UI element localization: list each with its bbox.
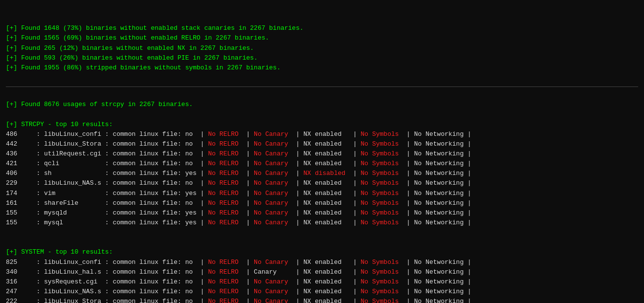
table-row: 316 : sysRequest.cgi : common linux file… bbox=[6, 277, 638, 287]
table-row: 486 : libuLinux_confi : common linux fil… bbox=[6, 130, 638, 139]
summary-line-3: [+] Found 265 (12%) binaries without ena… bbox=[6, 44, 254, 52]
summary-section: [+] Found 1648 (73%) binaries without en… bbox=[6, 14, 638, 73]
table-row: 247 : libuLinux_NAS.s : common linux fil… bbox=[6, 287, 638, 297]
terminal-output: [+] Found 1648 (73%) binaries without en… bbox=[6, 4, 638, 84]
table-row: 222 : libuLinux_Stora : common linux fil… bbox=[6, 297, 638, 303]
table-row: 406 : sh : common linux file: yes | No R… bbox=[6, 169, 638, 178]
system-rows: 825 : libuLinux_confi : common linux fil… bbox=[6, 258, 638, 303]
main-output: [+] Found 8676 usages of strcpy in 2267 … bbox=[6, 90, 638, 303]
table-row: 155 : mysqld : common linux file: yes | … bbox=[6, 208, 638, 218]
summary-line-2: [+] Found 1565 (69%) binaries without en… bbox=[6, 34, 269, 42]
table-row: 229 : libuLinux_NAS.s : common linux fil… bbox=[6, 178, 638, 188]
table-row: 161 : shareFile : common linux file: no … bbox=[6, 198, 638, 208]
table-row: 421 : qcli : common linux file: no | No … bbox=[6, 159, 638, 169]
table-row: 174 : vim : common linux file: yes | No … bbox=[6, 189, 638, 198]
table-row: 442 : libuLinux_Stora : common linux fil… bbox=[6, 139, 638, 149]
summary-line-4: [+] Found 593 (26%) binaries without ena… bbox=[6, 54, 258, 62]
summary-line-5: [+] Found 1955 (86%) stripped binaries w… bbox=[6, 64, 281, 71]
system-header: [+] SYSTEM - top 10 results: bbox=[6, 248, 112, 256]
strcpy-found-line: [+] Found 8676 usages of strcpy in 2267 … bbox=[6, 101, 193, 108]
strcpy-rows: 486 : libuLinux_confi : common linux fil… bbox=[6, 130, 638, 228]
summary-line-1: [+] Found 1648 (73%) binaries without en… bbox=[6, 24, 304, 32]
strcpy-header: [+] STRCPY - top 10 results: bbox=[6, 121, 112, 128]
table-row: 436 : utilRequest.cgi : common linux fil… bbox=[6, 149, 638, 159]
table-row: 155 : mysql : common linux file: yes | N… bbox=[6, 218, 638, 228]
table-row: 340 : libuLinux_hal.s : common linux fil… bbox=[6, 267, 638, 277]
section-divider bbox=[6, 87, 638, 87]
table-row: 825 : libuLinux_confi : common linux fil… bbox=[6, 258, 638, 267]
